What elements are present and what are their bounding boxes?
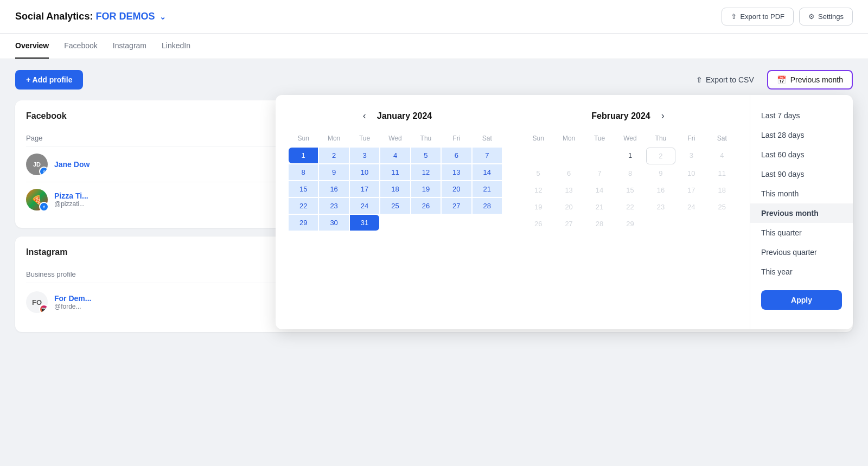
preset-last7[interactable]: Last 7 days bbox=[750, 106, 853, 125]
cal-day: 26 bbox=[524, 216, 553, 232]
upload-icon: ⇧ bbox=[731, 12, 737, 21]
content-area: Facebook Page New followers ↕ JD f Jan bbox=[15, 100, 853, 341]
cal-day[interactable]: 13 bbox=[442, 164, 471, 180]
day-label-sat: Sat bbox=[473, 132, 502, 144]
cal-day: 3 bbox=[676, 148, 706, 164]
calendar-icon: 📅 bbox=[777, 75, 786, 84]
cal-day-empty bbox=[554, 148, 583, 164]
next-month-button[interactable]: › bbox=[657, 108, 669, 124]
cal-day[interactable]: 10 bbox=[350, 164, 379, 180]
cal-day[interactable]: 1 bbox=[615, 148, 644, 164]
facebook-badge: f bbox=[39, 202, 49, 212]
export-csv-icon: ⇧ bbox=[696, 75, 703, 84]
cal-day[interactable]: 14 bbox=[473, 164, 502, 180]
cal-day[interactable]: 6 bbox=[442, 148, 471, 163]
day-label: Tue bbox=[585, 132, 614, 144]
cal-day[interactable]: 15 bbox=[289, 181, 318, 197]
preset-last90[interactable]: Last 90 days bbox=[750, 164, 853, 184]
date-range-button[interactable]: 📅 Previous month bbox=[767, 70, 853, 90]
cal-day: 18 bbox=[707, 182, 737, 198]
january-title: January 2024 bbox=[377, 111, 432, 121]
february-title: February 2024 bbox=[591, 111, 650, 121]
cal-day[interactable]: 2 bbox=[319, 148, 348, 163]
profile-name[interactable]: For Dem... bbox=[54, 294, 308, 303]
cal-day[interactable]: 24 bbox=[350, 198, 379, 214]
tab-linkedin[interactable]: LinkedIn bbox=[162, 34, 190, 59]
cal-day[interactable]: 23 bbox=[319, 198, 348, 214]
day-label-mon: Mon bbox=[319, 132, 348, 144]
add-profile-button[interactable]: + Add profile bbox=[15, 70, 83, 90]
avatar: 🍕 f bbox=[26, 189, 48, 210]
export-pdf-button[interactable]: ⇧ Export to PDF bbox=[722, 8, 794, 25]
export-csv-button[interactable]: ⇧ Export to CSV bbox=[688, 71, 762, 88]
day-label: Sat bbox=[707, 132, 737, 144]
cal-day[interactable]: 18 bbox=[380, 181, 410, 197]
cal-day[interactable]: 22 bbox=[289, 198, 318, 214]
preset-previous-quarter[interactable]: Previous quarter bbox=[750, 242, 853, 262]
day-label: Sun bbox=[524, 132, 553, 144]
cal-day[interactable]: 16 bbox=[319, 181, 348, 197]
toolbar: + Add profile ⇧ Export to CSV 📅 Previous… bbox=[15, 70, 853, 90]
cal-day[interactable]: 12 bbox=[411, 164, 441, 180]
cal-day[interactable]: 27 bbox=[442, 198, 471, 214]
tab-overview[interactable]: Overview bbox=[15, 34, 49, 59]
cal-day[interactable]: 30 bbox=[319, 215, 348, 231]
cal-day[interactable]: 3 bbox=[350, 148, 379, 163]
cal-day[interactable]: 29 bbox=[289, 215, 318, 231]
preset-this-month[interactable]: This month bbox=[750, 184, 853, 203]
preset-this-quarter[interactable]: This quarter bbox=[750, 223, 853, 242]
cal-day: 5 bbox=[524, 165, 553, 181]
cal-day[interactable]: 28 bbox=[473, 198, 502, 214]
cal-day: 24 bbox=[676, 199, 706, 215]
cal-day: 21 bbox=[585, 199, 614, 215]
apply-button[interactable]: Apply bbox=[761, 290, 842, 310]
profile-info: For Dem... @forde... bbox=[54, 294, 308, 310]
title-text: Social Analytics: bbox=[15, 11, 93, 22]
cal-day[interactable]: 19 bbox=[411, 181, 441, 197]
preset-previous-month[interactable]: Previous month bbox=[750, 203, 853, 223]
day-label-sun: Sun bbox=[289, 132, 318, 144]
day-label: Wed bbox=[615, 132, 644, 144]
cal-day: 8 bbox=[615, 165, 644, 181]
prev-month-button[interactable]: ‹ bbox=[359, 108, 371, 124]
january-calendar: ‹ January 2024 Sun Mon Tue Wed Thu Fri S… bbox=[289, 108, 502, 316]
preset-last28[interactable]: Last 28 days bbox=[750, 125, 853, 145]
app-title: Social Analytics: FOR DEMOS ⌄ bbox=[15, 11, 166, 22]
cal-day[interactable]: 25 bbox=[380, 198, 410, 214]
day-label-fri: Fri bbox=[442, 132, 471, 144]
cal-day[interactable]: 8 bbox=[289, 164, 318, 180]
cal-day[interactable]: 4 bbox=[380, 148, 410, 163]
cal-day: 17 bbox=[676, 182, 706, 198]
cal-day[interactable]: 26 bbox=[411, 198, 441, 214]
cal-day[interactable]: 5 bbox=[411, 148, 441, 163]
cal-day: 14 bbox=[585, 182, 614, 198]
cal-day[interactable]: 2 bbox=[646, 148, 675, 164]
settings-button[interactable]: ⚙ Settings bbox=[799, 8, 853, 25]
cal-day[interactable]: 9 bbox=[319, 164, 348, 180]
calendar-dropdown: ‹ January 2024 Sun Mon Tue Wed Thu Fri S… bbox=[276, 95, 853, 329]
settings-label: Settings bbox=[818, 12, 844, 21]
cal-day[interactable]: 21 bbox=[473, 181, 502, 197]
cal-day: 28 bbox=[585, 216, 614, 232]
cal-header: ‹ January 2024 bbox=[289, 108, 502, 124]
cal-day[interactable]: 7 bbox=[473, 148, 502, 163]
tab-facebook[interactable]: Facebook bbox=[64, 34, 97, 59]
cal-day: 11 bbox=[707, 165, 737, 181]
cal-day[interactable]: 20 bbox=[442, 181, 471, 197]
cal-day: 27 bbox=[554, 216, 583, 232]
cal-day[interactable]: 1 bbox=[289, 148, 318, 163]
tab-instagram[interactable]: Instagram bbox=[113, 34, 146, 59]
nav-tabs: Overview Facebook Instagram LinkedIn bbox=[0, 34, 868, 59]
cal-day: 4 bbox=[707, 148, 737, 164]
profile-handle: @forde... bbox=[54, 303, 308, 310]
day-label: Fri bbox=[676, 132, 706, 144]
cal-day: 20 bbox=[554, 199, 583, 215]
preset-this-year[interactable]: This year bbox=[750, 262, 853, 282]
preset-last60[interactable]: Last 60 days bbox=[750, 145, 853, 164]
cal-day-empty bbox=[585, 148, 614, 164]
title-chevron[interactable]: ⌄ bbox=[159, 12, 166, 21]
cal-day[interactable]: 17 bbox=[350, 181, 379, 197]
cal-day[interactable]: 11 bbox=[380, 164, 410, 180]
avatar: JD f bbox=[26, 154, 48, 175]
cal-day[interactable]: 31 bbox=[350, 215, 379, 231]
